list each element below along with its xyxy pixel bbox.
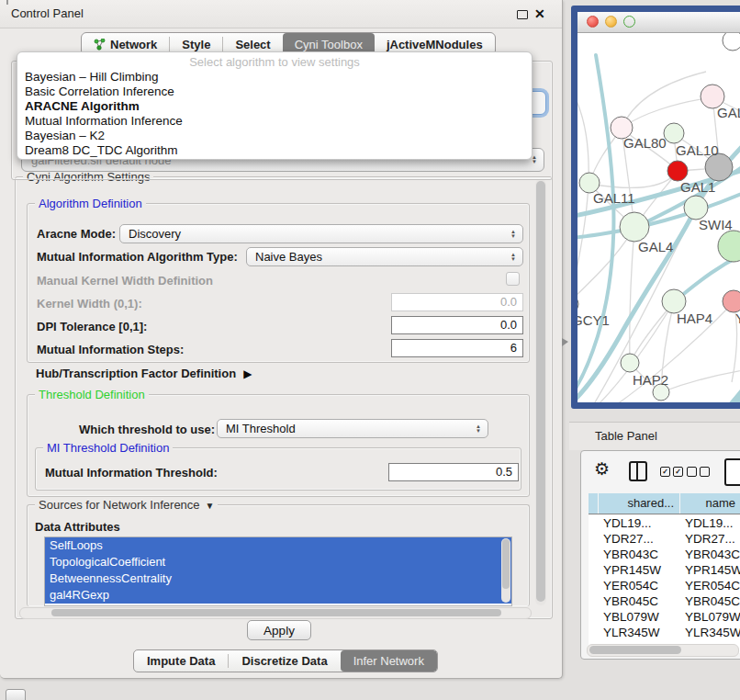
scrollbar-thumb[interactable] [51, 609, 501, 616]
aracne-mode-value: Discovery [129, 227, 181, 241]
tab-discretize-data[interactable]: Discretize Data [229, 650, 340, 672]
checked-box-icon: ✓ [660, 467, 670, 477]
cell[interactable]: YDL19... [599, 515, 680, 531]
header-name[interactable]: name [680, 493, 740, 514]
node-gal10[interactable] [664, 123, 684, 143]
menu-item-bayesian-k2[interactable]: Bayesian – K2 [23, 129, 521, 143]
list-item-selfloops[interactable]: SelfLoops [45, 537, 511, 554]
list-item-gal4rgexp[interactable]: gal4RGexp [45, 587, 511, 604]
cell[interactable]: YPR145W [680, 562, 740, 578]
node-label: HAP2 [633, 372, 668, 388]
cell[interactable]: YBL079W [680, 609, 740, 625]
menu-item-aracne[interactable]: ARACNE Algorithm [23, 99, 521, 114]
select-all-checks-icon[interactable]: ✓✓ [660, 467, 683, 477]
window-edge-mark [6, 0, 8, 5]
hub-definition-toggle[interactable]: Hub/Transcription Factor Definition▶ [36, 367, 252, 383]
which-threshold-combo[interactable]: MI Threshold ▲▼ [217, 419, 488, 438]
node-gal4[interactable] [620, 212, 649, 242]
node-hap2[interactable] [621, 354, 639, 372]
list-item-topologicalcoefficient[interactable]: TopologicalCoefficient [45, 554, 511, 570]
menu-item-mutual-information[interactable]: Mutual Information Inference [23, 114, 521, 129]
node-salmon[interactable] [723, 290, 740, 312]
cell[interactable]: YBR045C [599, 593, 680, 609]
table-mode-icon[interactable] [724, 458, 740, 486]
table-panel: ⚙ ✓✓ shared... name A YDL19...YDL19...13… [580, 450, 740, 660]
table-header: shared... name A [589, 493, 740, 514]
node-label: GAL11 [593, 190, 635, 206]
unchecked-box-icon [700, 467, 710, 477]
sources-group: Sources for Network Inference▼ Data Attr… [27, 504, 530, 606]
manual-kernel-checkbox[interactable] [506, 272, 520, 286]
menu-item-bayesian-hill-climbing[interactable]: Bayesian – Hill Climbing [23, 70, 521, 85]
table-row[interactable]: YPR145WYPR145W9. [589, 562, 740, 578]
zoom-traffic-light[interactable] [623, 16, 635, 28]
aracne-mode-label: Aracne Mode: [37, 227, 116, 241]
node-gal1[interactable] [667, 161, 688, 181]
mi-threshold-group: MI Threshold Definition Mutual Informati… [35, 447, 521, 491]
menu-item-dream8[interactable]: Dream8 DC_TDC Algorithm [23, 143, 521, 158]
table-row[interactable]: YBR043CYBR043C [589, 547, 740, 562]
scrollbar-thumb[interactable] [502, 539, 510, 589]
sources-title-text: Sources for Network Inference [39, 498, 200, 512]
network-canvas[interactable]: GAL GAL80 GAL10 GAL1 GAL11 SWI4 GAL4 GCY… [577, 33, 740, 402]
header-gutter[interactable] [589, 493, 598, 514]
close-traffic-light[interactable] [587, 16, 599, 28]
settings-horizontal-scrollbar[interactable] [19, 607, 532, 619]
table-horizontal-scrollbar[interactable] [587, 644, 739, 657]
list-item-betweennesscentrality[interactable]: BetweennessCentrality [45, 570, 511, 587]
node-bright-green[interactable] [718, 231, 740, 262]
table-row[interactable]: YBR045CYBR045C9. [589, 593, 740, 609]
mi-algorithm-type-combo[interactable]: Naive Bayes ▲▼ [246, 247, 523, 266]
tab-infer-network[interactable]: Infer Network [341, 650, 437, 672]
cell[interactable]: YPR145W [599, 562, 680, 578]
cell[interactable]: YLR345W [599, 625, 680, 640]
cell[interactable]: YBR043C [599, 547, 680, 562]
mi-steps-field[interactable]: 6 [391, 339, 523, 357]
table-row[interactable]: YDR27...YDR27...12 [589, 531, 740, 547]
cell[interactable]: YBR045C [680, 593, 740, 609]
collapse-down-icon[interactable]: ▼ [206, 501, 215, 511]
minimize-traffic-light[interactable] [605, 16, 617, 28]
mini-corner-button[interactable] [6, 689, 26, 700]
which-threshold-label: Which threshold to use: [79, 423, 215, 436]
algorithm-menu: Select algorithm to view settings Bayesi… [17, 51, 533, 160]
spinner-icon: ▲▼ [532, 155, 537, 164]
tab-impute-data[interactable]: Impute Data [134, 650, 228, 672]
float-panel-icon[interactable] [517, 10, 528, 19]
cell[interactable]: YDR27... [680, 531, 740, 547]
cell[interactable]: YLR345W [680, 625, 740, 640]
node-unlabeled-top[interactable] [723, 33, 740, 51]
cell[interactable]: YBR043C [680, 547, 740, 562]
kernel-width-field[interactable]: 0.0 [391, 293, 523, 311]
aracne-mode-combo[interactable]: Discovery ▲▼ [119, 224, 523, 243]
threshold-definition-title: Threshold Definition [35, 388, 149, 401]
cell[interactable]: YBL079W [599, 609, 680, 625]
table-body: YDL19...YDL19...13 YDR27...YDR27...12 YB… [589, 515, 740, 653]
gear-icon[interactable]: ⚙ [594, 460, 610, 479]
unselect-all-checks-icon[interactable] [687, 467, 710, 477]
cell[interactable]: YDL19... [680, 515, 740, 531]
table-row[interactable]: YDL19...YDL19...13 [589, 515, 740, 531]
apply-button[interactable]: Apply [247, 620, 311, 640]
settings-vertical-scrollbar[interactable] [535, 179, 546, 605]
columns-icon[interactable] [629, 461, 647, 481]
scrollbar-thumb[interactable] [536, 181, 545, 602]
cell[interactable]: YER054C [599, 578, 680, 593]
table-row[interactable]: YER054CYER054C8. [589, 578, 740, 593]
cell[interactable]: YER054C [680, 578, 740, 593]
network-window-titlebar[interactable] [577, 12, 740, 33]
scrollbar-thumb[interactable] [589, 646, 681, 654]
node-label: GAL1 [680, 179, 715, 195]
table-row[interactable]: YLR345WYLR345W9. [589, 625, 740, 640]
mi-threshold-field[interactable]: 0.5 [388, 463, 519, 481]
cell[interactable]: YDR27... [599, 531, 680, 547]
menu-item-basic-correlation[interactable]: Basic Correlation Inference [23, 85, 521, 99]
spinner-icon: ▲▼ [510, 230, 516, 239]
node-gcy1[interactable] [577, 295, 578, 313]
table-row[interactable]: YBL079WYBL079W [589, 609, 740, 625]
node-label: Y [735, 310, 740, 326]
attributes-scrollbar[interactable] [501, 538, 510, 603]
header-shared-name[interactable]: shared... [599, 493, 679, 514]
close-icon[interactable]: ✕ [534, 6, 545, 22]
dpi-tolerance-field[interactable]: 0.0 [391, 316, 523, 334]
